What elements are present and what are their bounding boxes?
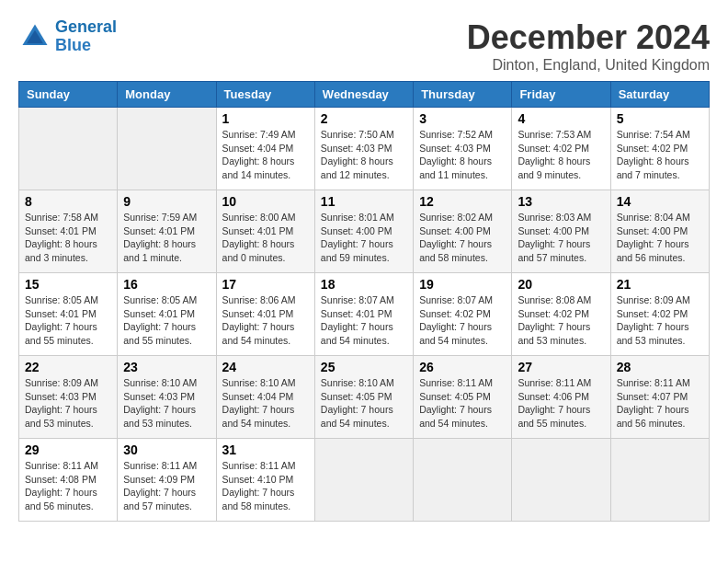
calendar-cell: 21Sunrise: 8:09 AMSunset: 4:02 PMDayligh…	[610, 273, 709, 356]
day-number: 9	[123, 194, 210, 209]
calendar-cell	[610, 439, 709, 522]
logo-text: General Blue	[55, 18, 117, 55]
day-info: Sunrise: 8:05 AMSunset: 4:01 PMDaylight:…	[25, 293, 111, 348]
day-info: Sunrise: 8:09 AMSunset: 4:03 PMDaylight:…	[25, 376, 111, 431]
day-info: Sunrise: 8:07 AMSunset: 4:02 PMDaylight:…	[419, 293, 506, 348]
calendar-cell: 29Sunrise: 8:11 AMSunset: 4:08 PMDayligh…	[19, 439, 118, 522]
day-number: 23	[123, 360, 210, 374]
day-number: 13	[518, 194, 604, 209]
calendar-cell: 10Sunrise: 8:00 AMSunset: 4:01 PMDayligh…	[216, 190, 314, 273]
day-number: 25	[321, 360, 407, 374]
calendar-cell: 9Sunrise: 7:59 AMSunset: 4:01 PMDaylight…	[118, 190, 216, 273]
day-info: Sunrise: 8:04 AMSunset: 4:00 PMDaylight:…	[617, 211, 703, 265]
calendar-cell	[118, 108, 216, 190]
calendar-cell: 16Sunrise: 8:05 AMSunset: 4:01 PMDayligh…	[118, 273, 216, 356]
logo-blue: Blue	[55, 37, 117, 55]
day-number: 15	[25, 277, 111, 292]
calendar-week-1: 1Sunrise: 7:49 AMSunset: 4:04 PMDaylight…	[19, 108, 710, 190]
calendar-cell: 13Sunrise: 8:03 AMSunset: 4:00 PMDayligh…	[512, 190, 610, 273]
day-info: Sunrise: 7:54 AMSunset: 4:02 PMDaylight:…	[617, 128, 703, 182]
calendar-cell: 17Sunrise: 8:06 AMSunset: 4:01 PMDayligh…	[216, 273, 314, 356]
calendar-cell: 20Sunrise: 8:08 AMSunset: 4:02 PMDayligh…	[512, 273, 610, 356]
day-info: Sunrise: 8:11 AMSunset: 4:08 PMDaylight:…	[25, 459, 111, 513]
day-info: Sunrise: 7:50 AMSunset: 4:03 PMDaylight:…	[321, 128, 407, 182]
day-info: Sunrise: 7:58 AMSunset: 4:01 PMDaylight:…	[25, 211, 111, 265]
day-number: 28	[617, 360, 703, 374]
day-info: Sunrise: 8:00 AMSunset: 4:01 PMDaylight:…	[222, 211, 309, 265]
calendar-cell: 2Sunrise: 7:50 AMSunset: 4:03 PMDaylight…	[314, 108, 413, 190]
calendar-cell: 19Sunrise: 8:07 AMSunset: 4:02 PMDayligh…	[414, 273, 512, 356]
day-number: 26	[419, 360, 506, 374]
day-info: Sunrise: 7:53 AMSunset: 4:02 PMDaylight:…	[518, 128, 604, 182]
day-number: 1	[222, 111, 309, 126]
day-info: Sunrise: 7:59 AMSunset: 4:01 PMDaylight:…	[123, 211, 210, 265]
header-tuesday: Tuesday	[216, 82, 314, 108]
calendar-cell: 22Sunrise: 8:09 AMSunset: 4:03 PMDayligh…	[19, 356, 118, 439]
day-number: 30	[123, 442, 210, 457]
calendar-week-4: 22Sunrise: 8:09 AMSunset: 4:03 PMDayligh…	[19, 356, 710, 439]
day-info: Sunrise: 8:11 AMSunset: 4:05 PMDaylight:…	[419, 376, 506, 431]
day-number: 29	[25, 442, 111, 457]
day-info: Sunrise: 8:10 AMSunset: 4:05 PMDaylight:…	[321, 376, 407, 431]
day-info: Sunrise: 8:03 AMSunset: 4:00 PMDaylight:…	[518, 211, 604, 265]
calendar-header-row: SundayMondayTuesdayWednesdayThursdayFrid…	[19, 82, 710, 108]
calendar-cell: 3Sunrise: 7:52 AMSunset: 4:03 PMDaylight…	[414, 108, 512, 190]
day-number: 8	[25, 194, 111, 209]
location: Dinton, England, United Kingdom	[467, 57, 710, 74]
calendar-cell: 25Sunrise: 8:10 AMSunset: 4:05 PMDayligh…	[314, 356, 413, 439]
header-friday: Friday	[512, 82, 610, 108]
header-thursday: Thursday	[414, 82, 512, 108]
day-info: Sunrise: 8:11 AMSunset: 4:09 PMDaylight:…	[123, 459, 210, 513]
day-info: Sunrise: 8:02 AMSunset: 4:00 PMDaylight:…	[419, 211, 506, 265]
day-number: 5	[617, 111, 703, 126]
calendar-cell	[314, 439, 413, 522]
day-info: Sunrise: 7:49 AMSunset: 4:04 PMDaylight:…	[222, 128, 309, 182]
header-monday: Monday	[118, 82, 216, 108]
calendar-cell: 28Sunrise: 8:11 AMSunset: 4:07 PMDayligh…	[610, 356, 709, 439]
calendar-cell	[512, 439, 610, 522]
calendar-cell: 26Sunrise: 8:11 AMSunset: 4:05 PMDayligh…	[414, 356, 512, 439]
day-number: 20	[518, 277, 604, 292]
calendar-table: SundayMondayTuesdayWednesdayThursdayFrid…	[18, 81, 710, 522]
day-number: 3	[419, 111, 506, 126]
page-header: General Blue December 2024 Dinton, Engla…	[18, 18, 710, 74]
calendar-cell: 23Sunrise: 8:10 AMSunset: 4:03 PMDayligh…	[118, 356, 216, 439]
day-number: 14	[617, 194, 703, 209]
calendar-cell: 8Sunrise: 7:58 AMSunset: 4:01 PMDaylight…	[19, 190, 118, 273]
day-number: 27	[518, 360, 604, 374]
calendar-cell: 30Sunrise: 8:11 AMSunset: 4:09 PMDayligh…	[118, 439, 216, 522]
header-sunday: Sunday	[19, 82, 118, 108]
day-info: Sunrise: 8:10 AMSunset: 4:04 PMDaylight:…	[222, 376, 309, 431]
day-info: Sunrise: 8:10 AMSunset: 4:03 PMDaylight:…	[123, 376, 210, 431]
logo-general: General	[55, 17, 117, 36]
header-wednesday: Wednesday	[314, 82, 413, 108]
day-info: Sunrise: 8:11 AMSunset: 4:10 PMDaylight:…	[222, 459, 309, 513]
header-saturday: Saturday	[610, 82, 709, 108]
day-number: 18	[321, 277, 407, 292]
day-number: 4	[518, 111, 604, 126]
calendar-cell: 18Sunrise: 8:07 AMSunset: 4:01 PMDayligh…	[314, 273, 413, 356]
calendar-cell: 12Sunrise: 8:02 AMSunset: 4:00 PMDayligh…	[414, 190, 512, 273]
day-info: Sunrise: 8:11 AMSunset: 4:07 PMDaylight:…	[617, 376, 703, 431]
day-info: Sunrise: 7:52 AMSunset: 4:03 PMDaylight:…	[419, 128, 506, 182]
logo: General Blue	[18, 18, 117, 55]
day-info: Sunrise: 8:06 AMSunset: 4:01 PMDaylight:…	[222, 293, 309, 348]
day-info: Sunrise: 8:09 AMSunset: 4:02 PMDaylight:…	[617, 293, 703, 348]
calendar-cell: 1Sunrise: 7:49 AMSunset: 4:04 PMDaylight…	[216, 108, 314, 190]
day-info: Sunrise: 8:01 AMSunset: 4:00 PMDaylight:…	[321, 211, 407, 265]
calendar-week-3: 15Sunrise: 8:05 AMSunset: 4:01 PMDayligh…	[19, 273, 710, 356]
day-info: Sunrise: 8:07 AMSunset: 4:01 PMDaylight:…	[321, 293, 407, 348]
day-number: 11	[321, 194, 407, 209]
calendar-cell: 24Sunrise: 8:10 AMSunset: 4:04 PMDayligh…	[216, 356, 314, 439]
calendar-cell: 27Sunrise: 8:11 AMSunset: 4:06 PMDayligh…	[512, 356, 610, 439]
day-info: Sunrise: 8:08 AMSunset: 4:02 PMDaylight:…	[518, 293, 604, 348]
day-number: 17	[222, 277, 309, 292]
calendar-cell: 15Sunrise: 8:05 AMSunset: 4:01 PMDayligh…	[19, 273, 118, 356]
calendar-cell: 14Sunrise: 8:04 AMSunset: 4:00 PMDayligh…	[610, 190, 709, 273]
day-number: 24	[222, 360, 309, 374]
calendar-cell	[19, 108, 118, 190]
calendar-cell: 11Sunrise: 8:01 AMSunset: 4:00 PMDayligh…	[314, 190, 413, 273]
day-number: 21	[617, 277, 703, 292]
logo-icon	[18, 20, 51, 53]
day-info: Sunrise: 8:11 AMSunset: 4:06 PMDaylight:…	[518, 376, 604, 431]
